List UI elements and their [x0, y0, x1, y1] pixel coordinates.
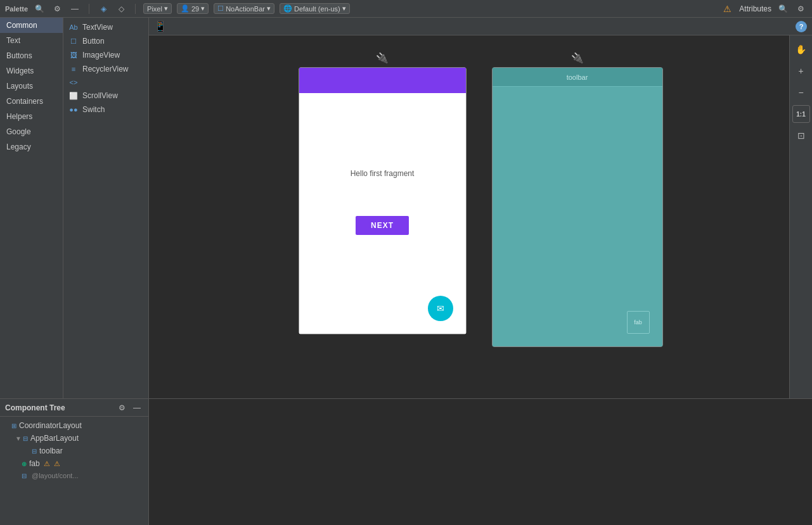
attr-settings-btn[interactable]: ⚙ [794, 3, 807, 15]
comp-items-container: AbTextView☐Button🖼ImageView≡RecyclerView… [63, 20, 148, 117]
attr-search-btn[interactable]: 🔍 [777, 3, 789, 15]
tree-minimize-btn[interactable]: — [131, 402, 143, 414]
comp-label-imageview: ImageView [82, 51, 120, 60]
default-locale-dropdown[interactable]: 🌐 Default (en-us) ▾ [280, 3, 350, 14]
tree-label-appbarlayout: AppBarLayout [30, 434, 79, 443]
tree-settings-btn[interactable]: ⚙ [115, 402, 128, 414]
tree-item-include[interactable]: ⊟ @layout/cont... [0, 470, 148, 481]
bottom-area: Component Tree ⚙ — ⊞ CoordinatorLayout ▼… [0, 398, 812, 525]
tree-header: Component Tree ⚙ — [0, 399, 148, 417]
palette-section-widgets[interactable]: Widgets [0, 63, 63, 79]
palette-section-containers[interactable]: Containers [0, 94, 63, 109]
noactionbar-label: NoActionBar [226, 5, 265, 13]
tree-label-coordinator: CoordinatorLayout [19, 421, 82, 430]
sep2 [135, 4, 136, 14]
design-mode-btn[interactable]: ◈ [97, 3, 110, 15]
zoom-out-btn[interactable]: − [792, 84, 810, 101]
comp-label-scrollview: ScrollView [82, 91, 118, 100]
tree-icon-include: ⊟ [22, 472, 27, 479]
palette-section-layouts[interactable]: Layouts [0, 79, 63, 94]
main-layout: CommonTextButtonsWidgetsLayoutsContainer… [0, 18, 812, 398]
locale-label: Default (en-us) [294, 5, 340, 13]
phone-next-button[interactable]: NEXT [356, 216, 409, 235]
attributes-label: Attributes [739, 4, 771, 13]
phone-pin-top: 🔌 [376, 52, 389, 64]
tree-header-title: Component Tree [5, 403, 65, 412]
palette-section-google[interactable]: Google [0, 124, 63, 139]
comp-item-switch[interactable]: ●●Switch [63, 103, 148, 117]
comp-item-fragment[interactable]: <> [63, 76, 148, 89]
canvas-area: 📱 ? 🔌 Hello first fragment NEXT ✉ 🔌 [149, 18, 812, 398]
comp-label-button: Button [82, 37, 105, 46]
sep1 [89, 4, 89, 14]
tree-secondary-include: @layout/cont... [32, 472, 79, 479]
pixel-dropdown[interactable]: Pixel ▾ [143, 3, 172, 14]
comp-icon-imageview: 🖼 [68, 51, 79, 59]
zoom-in-btn[interactable]: + [792, 62, 810, 80]
tree-icon-toolbar: ⊟ [32, 448, 37, 455]
comp-item-textview[interactable]: AbTextView [63, 20, 148, 34]
locale-chevron: ▾ [342, 4, 346, 13]
device-icon: 📱 [154, 20, 167, 32]
phone-hello-text: Hello first fragment [351, 169, 415, 178]
locale-icon: 🌐 [283, 4, 292, 13]
tree-icon-coordinator: ⊞ [11, 422, 16, 429]
tree-icon-fab: ⊕ [22, 460, 27, 467]
palette-settings-btn[interactable]: ⚙ [51, 3, 63, 15]
tree-item-toolbar[interactable]: ⊟ toolbar [0, 445, 148, 457]
comp-label-recyclerview: RecyclerView [82, 65, 128, 73]
comp-label-switch: Switch [82, 105, 105, 114]
tree-item-coordinator[interactable]: ⊞ CoordinatorLayout [0, 419, 148, 432]
tablet-fab-button[interactable]: fab [627, 311, 650, 334]
tablet-toolbar-bar: toolbar [493, 68, 662, 87]
palette-section-helpers[interactable]: Helpers [0, 109, 63, 124]
count-icon: 👤 [181, 4, 190, 13]
palette-section-legacy[interactable]: Legacy [0, 139, 63, 155]
tree-item-appbarlayout[interactable]: ▼ ⊟ AppBarLayout [0, 432, 148, 445]
noactionbar-dropdown[interactable]: ☐ NoActionBar ▾ [214, 3, 274, 14]
phone-mockup: 🔌 Hello first fragment NEXT ✉ [299, 67, 467, 334]
canvas-toolbar: 📱 ? [149, 18, 812, 35]
palette-minimize-btn[interactable]: — [68, 3, 81, 15]
count-chevron: ▾ [201, 4, 205, 13]
aspect-btn[interactable]: ⊡ [792, 127, 810, 144]
top-bar: Palette 🔍 ⚙ — ◈ ◇ Pixel ▾ 👤 29 ▾ ☐ NoAct… [0, 0, 812, 18]
help-button[interactable]: ? [796, 21, 807, 32]
comp-icon-scrollview: ⬜ [68, 92, 79, 100]
count-label: 29 [191, 5, 199, 13]
tablet-body: fab [493, 87, 662, 346]
fit-zoom-btn[interactable]: 1:1 [792, 105, 810, 123]
palette-section-text[interactable]: Text [0, 33, 63, 48]
phone-fab-button[interactable]: ✉ [428, 296, 453, 321]
tree-label-fab: fab [29, 459, 40, 468]
phone-header [299, 68, 466, 93]
tree-icon-appbarlayout: ⊟ [23, 435, 28, 442]
canvas-content: 🔌 Hello first fragment NEXT ✉ 🔌 toolbar [149, 35, 812, 398]
palette-section-buttons[interactable]: Buttons [0, 48, 63, 63]
component-tree: Component Tree ⚙ — ⊞ CoordinatorLayout ▼… [0, 399, 149, 525]
comp-item-recyclerview[interactable]: ≡RecyclerView [63, 62, 148, 76]
pixel-chevron: ▾ [164, 4, 168, 13]
tree-item-fab[interactable]: ⊕ fab ⚠ [0, 457, 148, 470]
tablet-toolbar-text: toolbar [567, 73, 588, 81]
comp-item-button[interactable]: ☐Button [63, 34, 148, 48]
palette-sidebar: CommonTextButtonsWidgetsLayoutsContainer… [0, 18, 63, 398]
fab-envelope-icon: ✉ [437, 303, 444, 313]
pan-tool-btn[interactable]: ✋ [792, 41, 810, 58]
comp-item-imageview[interactable]: 🖼ImageView [63, 48, 148, 62]
noactionbar-icon: ☐ [217, 4, 224, 13]
tablet-pin-top: 🔌 [571, 52, 584, 64]
count-dropdown[interactable]: 👤 29 ▾ [177, 3, 209, 14]
comp-icon-button: ☐ [68, 37, 79, 46]
comp-icon-switch: ●● [68, 106, 79, 113]
comp-icon-fragment: <> [68, 79, 79, 86]
palette-section-common[interactable]: Common [0, 18, 63, 33]
component-list: AbTextView☐Button🖼ImageView≡RecyclerView… [63, 18, 149, 398]
warning-icon: ⚠ [723, 4, 731, 14]
tree-content: ⊞ CoordinatorLayout ▼ ⊟ AppBarLayout ⊟ t… [0, 417, 148, 525]
palette-search-btn[interactable]: 🔍 [33, 3, 46, 15]
comp-item-scrollview[interactable]: ⬜ScrollView [63, 89, 148, 103]
tree-arrow-appbarlayout: ▼ [15, 435, 22, 442]
blueprint-mode-btn[interactable]: ◇ [115, 3, 127, 15]
pixel-label: Pixel [147, 5, 162, 13]
